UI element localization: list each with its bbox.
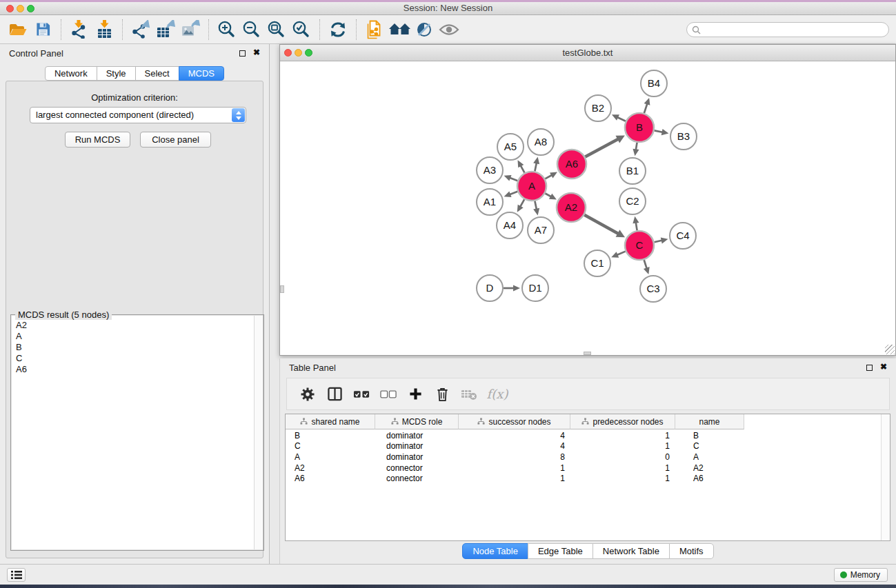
minimize-window-button[interactable] [17, 5, 24, 12]
result-scrollbar[interactable] [254, 316, 263, 549]
create-column-button[interactable] [406, 385, 424, 403]
export-network-button[interactable] [128, 18, 153, 41]
optimization-criterion-label: Optimization criterion: [6, 92, 263, 103]
table-row[interactable]: A6connector11A6 [286, 473, 881, 484]
select-all-columns-button[interactable] [352, 385, 370, 403]
mcds-result-group: MCDS result (5 nodes) A2ABCA6 [10, 314, 264, 551]
search-input[interactable] [704, 25, 888, 34]
close-window-button[interactable] [6, 5, 14, 12]
network-canvas[interactable]: B4B2BB3A8A5A6A3B1AA1C2A2A4A7C4CC1C3DD1 [280, 61, 895, 355]
edge-A6-B[interactable] [585, 139, 619, 156]
table-settings-button[interactable] [299, 385, 317, 403]
network-window-titlebar[interactable]: testGlobe.txt [280, 45, 895, 61]
zoom-out-button[interactable] [239, 18, 264, 41]
table-cell: connector [375, 474, 459, 483]
result-item[interactable]: B [16, 342, 263, 353]
result-item[interactable]: A [16, 331, 263, 342]
edge-C-C3[interactable] [644, 260, 647, 269]
close-panel-button[interactable]: Close panel [140, 132, 211, 148]
tab-select[interactable]: Select [135, 66, 179, 81]
canvas-vscroll-thumb[interactable] [280, 285, 284, 293]
node-table-scrollbar[interactable] [881, 414, 890, 540]
column-header-name[interactable]: name [675, 414, 744, 429]
column-header-predecessor-nodes[interactable]: predecessor nodes [570, 414, 675, 429]
tab-motifs[interactable]: Motifs [669, 543, 714, 559]
tab-node-table[interactable]: Node Table [462, 543, 528, 559]
tab-mcds[interactable]: MCDS [179, 66, 224, 81]
mcds-tab-pane: Optimization criterion: largest connecte… [6, 81, 263, 558]
show-hide-eye-button[interactable] [437, 18, 461, 41]
float-panel-icon[interactable] [239, 50, 246, 57]
table-row[interactable]: A2connector11A2 [286, 463, 881, 474]
table-cell: A [675, 452, 744, 462]
column-header-MCDS-role[interactable]: MCDS role [375, 414, 459, 429]
edge-A-A4[interactable] [520, 199, 525, 207]
float-table-panel-icon[interactable] [866, 365, 873, 371]
delete-table-button[interactable] [460, 385, 478, 403]
zoom-network-window-button[interactable] [305, 49, 312, 57]
node-label-C2: C2 [626, 195, 639, 207]
canvas-hscroll-thumb[interactable] [584, 352, 591, 355]
tab-edge-table[interactable]: Edge Table [528, 543, 593, 559]
window-resize-grip[interactable] [885, 345, 895, 354]
criterion-select[interactable]: largest connected component (directed) [30, 107, 246, 123]
delete-column-button[interactable] [433, 385, 451, 403]
tab-network-table[interactable]: Network Table [593, 543, 670, 559]
graphics-details-button[interactable] [412, 18, 437, 41]
tab-network[interactable]: Network [45, 66, 97, 81]
column-header-shared-name[interactable]: shared name [286, 414, 375, 429]
search-icon [692, 26, 701, 34]
zoom-selected-button[interactable] [289, 18, 314, 41]
task-history-button[interactable] [7, 568, 26, 582]
import-network-button[interactable] [67, 18, 92, 41]
zoom-fit-button[interactable] [264, 18, 289, 41]
node-table-body: Bdominator41BCdominator41CAdominator80AA… [286, 430, 881, 484]
edge-C-C1[interactable] [617, 252, 626, 256]
column-sort-icon [581, 418, 589, 425]
deselect-all-columns-button[interactable] [379, 385, 397, 403]
tab-style[interactable]: Style [97, 66, 136, 81]
toolbar-separator [61, 19, 61, 40]
result-item[interactable]: C [16, 353, 263, 364]
result-item[interactable]: A6 [16, 364, 263, 375]
close-table-panel-icon[interactable]: ✖ [880, 362, 887, 372]
minimize-network-window-button[interactable] [295, 49, 302, 57]
edge-A2-C[interactable] [584, 215, 619, 234]
node-label-A2: A2 [565, 201, 577, 213]
trash-icon [436, 387, 449, 402]
zoom-in-button[interactable] [215, 18, 239, 41]
table-row[interactable]: Cdominator41C [286, 441, 881, 452]
refresh-button[interactable] [326, 18, 350, 41]
import-table-button[interactable] [92, 18, 117, 41]
run-mcds-button[interactable]: Run MCDS [65, 132, 130, 148]
export-network-icon [131, 20, 150, 39]
columns-icon [328, 387, 342, 401]
network-graph[interactable]: B4B2BB3A8A5A6A3B1AA1C2A2A4A7C4CC1C3DD1 [280, 61, 895, 355]
close-panel-icon[interactable]: ✖ [253, 48, 260, 57]
zoom-window-button[interactable] [27, 5, 34, 12]
network-from-document-button[interactable] [362, 18, 387, 41]
show-columns-button[interactable] [326, 385, 344, 403]
window-controls[interactable] [6, 5, 34, 12]
home-views-button[interactable] [387, 18, 412, 41]
table-row[interactable]: Bdominator41B [286, 430, 881, 441]
save-session-button[interactable] [30, 18, 55, 41]
close-network-window-button[interactable] [284, 49, 292, 57]
document-network-icon [366, 20, 384, 39]
export-table-button[interactable] [153, 18, 178, 41]
function-builder-button[interactable]: f(x) [487, 385, 505, 403]
open-session-button[interactable] [6, 18, 30, 41]
table-row[interactable]: Adominator80A [286, 452, 881, 463]
network-window-controls[interactable] [284, 49, 312, 57]
search-field[interactable] [686, 22, 889, 37]
node-label-C1: C1 [590, 257, 604, 269]
main-toolbar [0, 15, 896, 44]
select-stepper-icon[interactable] [232, 108, 245, 122]
edge-B-B2[interactable] [617, 117, 626, 121]
edge-B-B4[interactable] [644, 103, 648, 114]
export-image-button[interactable] [178, 18, 203, 41]
column-header-successor-nodes[interactable]: successor nodes [459, 414, 570, 429]
memory-button[interactable]: Memory [834, 568, 888, 582]
mcds-result-list[interactable]: A2ABCA6 [12, 316, 263, 549]
result-item[interactable]: A2 [16, 320, 263, 331]
